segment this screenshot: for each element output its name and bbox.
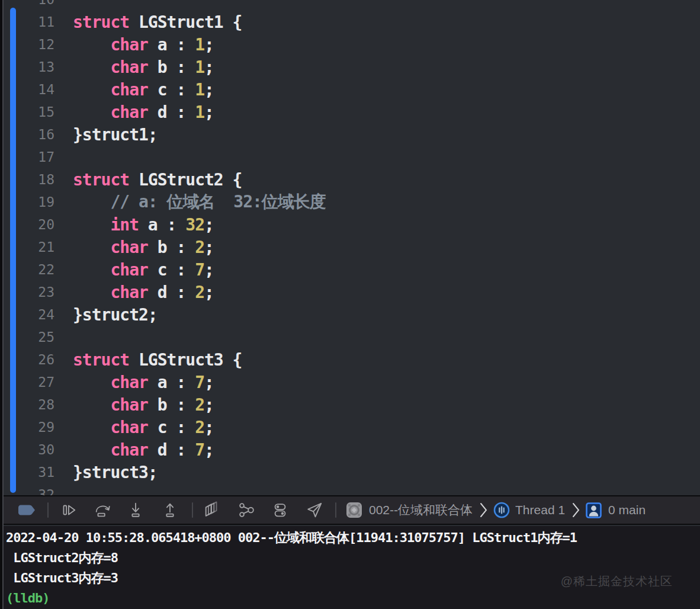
debug-console[interactable]: 2022-04-20 10:55:28.065418+0800 002--位域和… bbox=[0, 526, 700, 609]
source-control-change-bar[interactable] bbox=[10, 8, 16, 493]
code-line[interactable]: 22 char c : 7; bbox=[0, 258, 700, 281]
debug-bar-separator bbox=[335, 502, 336, 518]
chevron-right-icon bbox=[572, 502, 580, 518]
frame-label[interactable]: 0 main bbox=[608, 503, 646, 517]
code-text: char c : 7; bbox=[54, 260, 214, 280]
lldb-prompt[interactable]: (lldb) bbox=[6, 588, 700, 608]
line-number[interactable]: 16 bbox=[0, 127, 54, 142]
console-log-line: 2022-04-20 10:55:28.065418+0800 002--位域和… bbox=[6, 528, 700, 548]
code-line[interactable]: 23 char d : 2; bbox=[0, 281, 700, 303]
code-line[interactable]: 16}struct1; bbox=[0, 123, 700, 146]
frame-jump-item[interactable] bbox=[586, 502, 602, 518]
code-line[interactable]: 11struct LGStruct1 { bbox=[0, 11, 700, 33]
line-number[interactable]: 15 bbox=[0, 104, 54, 120]
code-line[interactable]: 12 char a : 1; bbox=[0, 33, 700, 56]
code-line[interactable]: 10 bbox=[0, 0, 700, 11]
line-number[interactable]: 19 bbox=[0, 194, 54, 210]
code-line[interactable]: 14 char c : 1; bbox=[0, 78, 700, 101]
step-into-icon bbox=[127, 501, 145, 519]
line-number[interactable]: 25 bbox=[0, 329, 54, 345]
simulate-location-button[interactable] bbox=[306, 501, 323, 519]
line-number[interactable]: 21 bbox=[0, 239, 54, 255]
code-line[interactable]: 30 char d : 7; bbox=[0, 438, 700, 461]
line-number[interactable]: 28 bbox=[0, 397, 54, 412]
code-text: struct LGStruct1 { bbox=[54, 12, 242, 32]
code-text: // a: 位域名 32:位域长度 bbox=[54, 191, 326, 213]
view-hierarchy-button[interactable] bbox=[203, 501, 221, 519]
code-text: char d : 2; bbox=[54, 283, 214, 302]
source-editor[interactable]: 1011struct LGStruct1 {12 char a : 1;13 c… bbox=[0, 0, 700, 495]
breakpoints-toggle-button[interactable] bbox=[17, 503, 37, 517]
thread-label[interactable]: Thread 1 bbox=[515, 503, 565, 517]
code-text: struct LGStruct3 { bbox=[54, 350, 242, 370]
line-number[interactable]: 27 bbox=[0, 374, 54, 390]
step-out-button[interactable] bbox=[161, 501, 179, 519]
xcode-debug-window: 1011struct LGStruct1 {12 char a : 1;13 c… bbox=[0, 0, 700, 609]
continue-execution-icon bbox=[59, 501, 77, 519]
memory-graph-icon bbox=[237, 501, 256, 519]
line-number[interactable]: 30 bbox=[0, 442, 54, 457]
stack-frame-icon bbox=[586, 502, 602, 518]
code-text: char a : 1; bbox=[54, 35, 214, 55]
step-over-icon bbox=[92, 501, 113, 519]
code-text: }struct3; bbox=[54, 463, 158, 482]
line-number[interactable]: 14 bbox=[0, 82, 54, 97]
line-number[interactable]: 20 bbox=[0, 217, 54, 232]
line-number[interactable]: 23 bbox=[0, 284, 54, 300]
process-name-label[interactable]: 002--位域和联合体 bbox=[369, 502, 473, 518]
code-text: char d : 1; bbox=[54, 102, 214, 122]
thread-icon bbox=[493, 502, 510, 518]
continue-execution-button[interactable] bbox=[59, 501, 77, 519]
step-over-button[interactable] bbox=[92, 501, 113, 519]
code-line[interactable]: 32 bbox=[0, 483, 700, 495]
code-lines: 1011struct LGStruct1 {12 char a : 1;13 c… bbox=[0, 0, 700, 495]
code-line[interactable]: 17 bbox=[0, 146, 700, 168]
step-into-button[interactable] bbox=[127, 501, 145, 519]
code-line[interactable]: 13 char b : 1; bbox=[0, 56, 700, 78]
line-number[interactable]: 18 bbox=[0, 172, 54, 187]
line-number[interactable]: 31 bbox=[0, 464, 54, 480]
line-number[interactable]: 22 bbox=[0, 262, 54, 277]
environment-overrides-icon bbox=[271, 501, 289, 519]
line-number[interactable]: 12 bbox=[0, 37, 54, 52]
code-text: int a : 32; bbox=[54, 215, 214, 235]
environment-overrides-button[interactable] bbox=[271, 501, 289, 519]
step-out-icon bbox=[161, 501, 179, 519]
app-icon bbox=[346, 502, 362, 518]
process-jump-item[interactable] bbox=[346, 502, 362, 518]
code-line[interactable]: 25 bbox=[0, 326, 700, 348]
breakpoints-toggle-icon bbox=[17, 503, 37, 517]
view-hierarchy-icon bbox=[203, 501, 221, 519]
code-line[interactable]: 20 int a : 32; bbox=[0, 213, 700, 236]
code-line[interactable]: 31}struct3; bbox=[0, 461, 700, 483]
line-number[interactable]: 13 bbox=[0, 59, 54, 75]
code-text: char b : 2; bbox=[54, 395, 214, 415]
code-line[interactable]: 28 char b : 2; bbox=[0, 393, 700, 416]
code-text: }struct2; bbox=[54, 305, 158, 325]
code-line[interactable]: 26struct LGStruct3 { bbox=[0, 348, 700, 371]
watermark: @稀土掘金技术社区 bbox=[561, 573, 673, 589]
code-line[interactable]: 27 char a : 7; bbox=[0, 371, 700, 393]
chevron-right-icon bbox=[480, 502, 487, 518]
simulate-location-icon bbox=[306, 501, 323, 519]
memory-graph-button[interactable] bbox=[237, 501, 256, 519]
code-line[interactable]: 18struct LGStruct2 { bbox=[0, 168, 700, 191]
line-number[interactable]: 24 bbox=[0, 307, 54, 322]
line-number[interactable]: 26 bbox=[0, 352, 54, 367]
line-number[interactable]: 11 bbox=[0, 14, 54, 30]
thread-jump-item[interactable] bbox=[493, 502, 510, 518]
code-line[interactable]: 29 char c : 2; bbox=[0, 416, 700, 438]
line-number[interactable]: 29 bbox=[0, 419, 54, 435]
debug-bar: 002--位域和联合体 Thread 1 0 main bbox=[0, 495, 700, 525]
code-line[interactable]: 21 char b : 2; bbox=[0, 236, 700, 258]
line-number[interactable]: 17 bbox=[0, 149, 54, 165]
code-line[interactable]: 15 char d : 1; bbox=[0, 101, 700, 123]
code-text: char a : 7; bbox=[54, 373, 214, 392]
window-left-edge-highlight bbox=[2, 0, 4, 609]
code-line[interactable]: 24}struct2; bbox=[0, 303, 700, 326]
line-number[interactable]: 10 bbox=[0, 0, 54, 7]
code-text: char c : 2; bbox=[54, 418, 214, 437]
code-line[interactable]: 19 // a: 位域名 32:位域长度 bbox=[0, 191, 700, 213]
line-number[interactable]: 32 bbox=[0, 487, 54, 495]
debug-bar-separator bbox=[192, 502, 193, 518]
